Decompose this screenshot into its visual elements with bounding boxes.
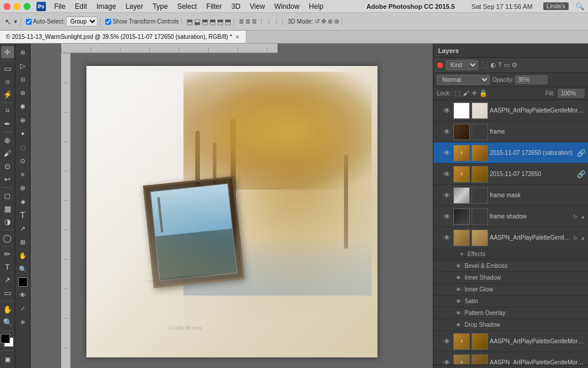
dist-left-icon[interactable]: ⋮ [258,18,265,25]
filter-type-select[interactable]: Kind Name Effect [446,60,478,70]
lock-transparency-icon[interactable]: ⬚ [455,89,460,97]
layer-eye-6[interactable]: 👁 [442,212,452,221]
effect-satin[interactable]: 👁 Satin [433,296,588,307]
layer-eye-1[interactable]: 👁 [442,106,452,115]
filter-toggle-icon[interactable]: 🔴 [437,62,443,68]
path-select-tool[interactable]: ↗ [1,274,14,286]
eraser-tool[interactable]: ◻ [1,190,14,202]
align-right-icon[interactable]: ⬒ [225,18,231,26]
marquee-tool[interactable]: ▭ [1,62,14,75]
effect-inner-glow[interactable]: 👁 Inner Glow [433,284,588,296]
menu-help[interactable]: Help [304,1,328,12]
filter-text-icon[interactable]: T [498,61,502,69]
dist-hc-icon[interactable]: ⋮ [266,18,272,25]
effect-inner-shadow[interactable]: 👁 Inner Shadow [433,272,588,284]
layer-item-brush5[interactable]: 👁 AASPN_ArtPlayPaletteGentleMorning_Brus… [433,227,588,248]
magic-wand-tool[interactable]: ⚡ [1,88,14,101]
align-hcenter-icon[interactable]: ⬒ [217,18,223,26]
tool2-10[interactable]: ≡ [16,168,29,181]
filter-pixel-icon[interactable]: ⬛ [480,61,489,69]
move-tool-arrow[interactable]: ↖ [5,17,12,26]
tool2-5[interactable]: ✱ [16,100,29,113]
blur-tool[interactable]: ◑ [1,216,14,228]
layer-item-splatter[interactable]: 👁 AASPN_ArtPlayPaletteGentleMorning_Spla… [433,100,588,121]
layer-eye-8[interactable]: 👁 [442,337,452,346]
foreground-color-swatch[interactable] [1,334,10,343]
layer-item-saturation[interactable]: 👁 f 2015-11-07 172650 (saturation) 🔗 [433,142,588,164]
3d-rotate-icon[interactable]: ↺ [315,18,320,25]
filter-shape-icon[interactable]: ▭ [504,61,510,69]
effect-pattern-overlay[interactable]: 👁 Pattern Overlay [433,307,588,319]
spot-heal-tool[interactable]: ⊕ [1,134,14,147]
menu-window[interactable]: Window [270,1,305,12]
menu-view[interactable]: View [245,1,270,12]
crop-tool[interactable]: ⌗ [1,105,14,117]
effect-vis-bevel[interactable]: 👁 [455,263,462,270]
lock-position-icon[interactable]: ✛ [472,89,477,97]
align-bottom-icon[interactable]: ⬒ [202,18,208,26]
maximize-button[interactable] [24,3,31,10]
layer-eye-7[interactable]: 👁 [442,233,452,243]
menu-image[interactable]: Image [92,1,121,12]
align-left-icon[interactable]: ⬒ [209,18,216,26]
transform-controls-checkbox[interactable] [105,19,111,25]
dodge-tool[interactable]: ◯ [1,232,14,244]
tool2-16[interactable]: ✋ [16,249,29,262]
layer-fx-expand-6[interactable]: ▲ [580,214,586,220]
layer-item-172650[interactable]: 👁 f 2015-11-07 172650 🔗 [433,164,588,185]
auto-select-type[interactable]: Group Layer [66,16,98,26]
menu-select[interactable]: Select [172,1,201,12]
effects-collapse-icon[interactable]: ▼ [459,251,465,257]
layer-item-frame[interactable]: 👁 frame [433,121,588,142]
effect-bevel[interactable]: 👁 Bevel & Emboss [433,260,588,272]
close-button[interactable] [4,3,11,10]
color-swatches[interactable] [1,334,15,347]
gradient-tool[interactable]: ▦ [1,203,14,215]
layer-item-transfer4[interactable]: 👁 f AASPN_ArtPlayPaletteGentleMorning_Tr… [433,331,588,352]
history-brush-tool[interactable]: ↩ [1,173,14,185]
move-tool-expand[interactable]: ▼ [13,19,18,25]
tool2-1[interactable]: ⊞ [16,46,29,59]
tool2-6[interactable]: ⊕ [16,114,29,127]
tab-close-button[interactable]: ✕ [235,34,240,40]
3d-zoom-icon[interactable]: ⊕ [328,18,333,25]
tool2-7[interactable]: ✦ [16,127,29,140]
shape-tool[interactable]: ▭ [1,287,14,299]
layer-item-frame-shadow[interactable]: 👁 frame shadow fx ▲ [433,206,588,227]
layer-item-overlay2[interactable]: 👁 f AASPN_ArtPlayPaletteGentleMorning_Ov… [433,352,588,364]
menu-layer[interactable]: Layer [121,1,148,12]
hand-tool[interactable]: ✋ [1,303,14,316]
move-tool[interactable]: ✛ [1,46,14,58]
eyedropper-tool[interactable]: ✒ [1,118,14,130]
tool2-bottom[interactable]: ⊕ [16,316,29,329]
effect-vis-inner-shadow[interactable]: 👁 [455,274,462,281]
lock-image-icon[interactable]: 🖌 [463,89,469,97]
tool2-14[interactable]: ↗ [16,222,29,235]
filter-smart-icon[interactable]: ⚙ [512,61,517,69]
fill-input[interactable]: 100% [558,89,584,98]
tool2-navigate[interactable]: ▷ [16,59,29,72]
standard-mode-btn[interactable]: ▣ [1,353,14,366]
menu-3d[interactable]: 3D [226,1,245,12]
layer-link-3[interactable]: 🔗 [577,149,586,157]
tool2-resize[interactable]: ⤢ [16,302,29,315]
brush-tool[interactable]: 🖌 [1,147,14,160]
filter-adjust-icon[interactable]: ◐ [490,61,496,69]
3d-roll-icon[interactable]: ⊗ [334,18,339,25]
layer-eye-3[interactable]: 👁 [442,148,452,158]
layer-eye-5[interactable]: 👁 [442,191,452,200]
layer-link-4[interactable]: 🔗 [577,170,586,178]
dist-top-icon[interactable]: ≣ [239,18,244,25]
dist-bot-icon[interactable]: ≣ [252,18,257,25]
fg-color-btn[interactable] [18,277,28,287]
effect-vis-inner-glow[interactable]: 👁 [455,286,462,293]
minimize-button[interactable] [14,3,21,10]
layer-eye-9[interactable]: 👁 [442,358,452,365]
tool2-eye[interactable]: 👁 [16,289,29,301]
blend-mode-select[interactable]: Normal Multiply Screen Overlay [437,75,490,85]
layer-eye-4[interactable]: 👁 [442,170,452,179]
dist-right-icon[interactable]: ⋮ [273,18,280,25]
pen-tool[interactable]: ✏ [1,248,14,261]
tool2-3[interactable]: ⊟ [16,73,29,86]
document-tab[interactable]: © 2015-11-13_WarmSunlight.psd @ 39.5% (2… [0,31,246,43]
